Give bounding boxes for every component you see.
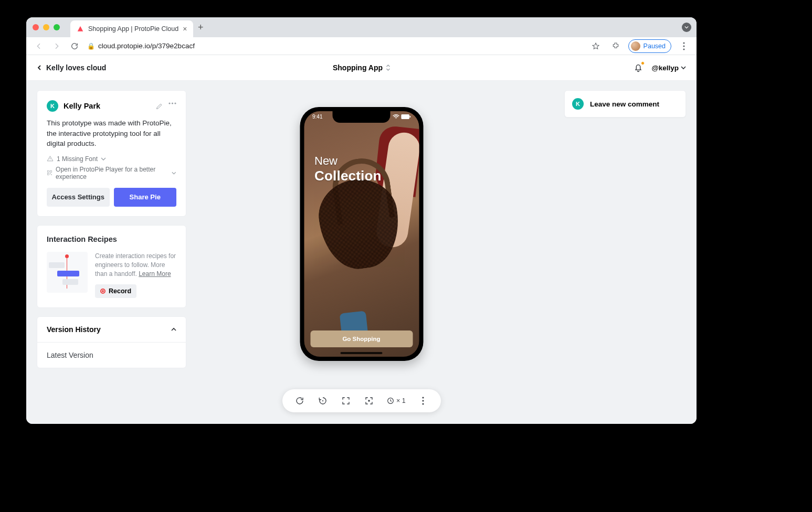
info-card: K Kelly Park This prototype was made wit… bbox=[37, 90, 186, 217]
app-body: K Kelly Park This prototype was made wit… bbox=[26, 81, 697, 424]
comment-avatar: K bbox=[572, 98, 584, 110]
rotate-button[interactable] bbox=[317, 395, 329, 407]
back-nav-button[interactable] bbox=[31, 39, 46, 54]
traffic-lights bbox=[33, 24, 60, 30]
battery-icon bbox=[401, 114, 410, 119]
toolbar-more-button[interactable] bbox=[417, 395, 429, 407]
sort-icon bbox=[386, 65, 390, 71]
maximize-window-button[interactable] bbox=[54, 24, 60, 30]
recipes-illustration bbox=[47, 252, 88, 293]
svg-rect-9 bbox=[50, 174, 50, 174]
missing-font-row[interactable]: 1 Missing Font bbox=[47, 155, 176, 163]
chevron-down-icon bbox=[172, 170, 176, 176]
new-tab-button[interactable]: + bbox=[193, 22, 208, 33]
browser-menu-button[interactable] bbox=[677, 39, 691, 54]
svg-point-4 bbox=[172, 102, 173, 104]
reload-button[interactable] bbox=[67, 39, 82, 54]
pencil-icon bbox=[155, 102, 163, 110]
svg-point-0 bbox=[683, 42, 684, 44]
qr-icon bbox=[47, 169, 52, 176]
notifications-button[interactable] bbox=[633, 62, 644, 73]
new-comment-card[interactable]: K Leave new comment bbox=[564, 90, 686, 118]
svg-rect-7 bbox=[50, 171, 51, 173]
share-pie-button[interactable]: Share Pie bbox=[114, 188, 177, 207]
missing-font-text: 1 Missing Font bbox=[57, 155, 98, 163]
version-latest-label: Latest Version bbox=[47, 351, 93, 359]
url-text: cloud.protopie.io/p/379e2bcacf bbox=[98, 42, 195, 50]
access-settings-button[interactable]: Access Settings bbox=[47, 188, 110, 207]
more-button[interactable] bbox=[168, 102, 176, 110]
chevron-left-icon bbox=[37, 65, 42, 70]
left-panel: K Kelly Park This prototype was made wit… bbox=[37, 90, 186, 368]
project-title-text: Shopping App bbox=[333, 63, 383, 72]
speed-label: × 1 bbox=[396, 397, 406, 404]
ellipsis-icon bbox=[168, 102, 176, 104]
svg-point-17 bbox=[322, 400, 323, 401]
player-hint-row[interactable]: Open in ProtoPie Player for a better exp… bbox=[47, 166, 176, 180]
prototype-preview[interactable]: 9:41 New Collection Go Shopping bbox=[300, 107, 423, 361]
record-icon bbox=[100, 289, 106, 294]
forward-nav-button[interactable] bbox=[49, 39, 64, 54]
go-shopping-button[interactable]: Go Shopping bbox=[310, 330, 413, 347]
browser-window: Shopping App | ProtoPie Cloud × + 🔒cloud… bbox=[26, 17, 697, 424]
recipes-description: Create interaction recipes for engineers… bbox=[95, 252, 176, 279]
svg-rect-6 bbox=[47, 171, 49, 173]
fullscreen-button[interactable] bbox=[340, 395, 352, 407]
svg-rect-10 bbox=[51, 174, 51, 175]
browser-titlebar: Shopping App | ProtoPie Cloud × + bbox=[26, 17, 697, 37]
back-to-space-button[interactable]: Kelly loves cloud bbox=[37, 63, 106, 72]
warning-icon bbox=[47, 155, 54, 162]
hero-text: New Collection bbox=[314, 154, 382, 184]
owner-name: Kelly Park bbox=[64, 102, 100, 110]
extensions-button[interactable] bbox=[608, 39, 623, 54]
url-field[interactable]: 🔒cloud.protopie.io/p/379e2bcacf bbox=[85, 42, 585, 50]
version-history-toggle[interactable]: Version History bbox=[37, 317, 186, 343]
owner-avatar: K bbox=[47, 100, 58, 112]
notification-badge bbox=[641, 61, 645, 65]
record-button[interactable]: Record bbox=[95, 284, 136, 298]
clock-icon bbox=[386, 397, 395, 405]
close-tab-button[interactable]: × bbox=[183, 25, 187, 33]
fullscreen-icon bbox=[341, 396, 351, 406]
wifi-icon bbox=[392, 114, 399, 119]
prototype-description: This prototype was made with ProtoPie, t… bbox=[47, 118, 176, 149]
interaction-recipes-card: Interaction Recipes Create interaction r… bbox=[37, 225, 186, 308]
learn-more-link[interactable]: Learn More bbox=[139, 270, 171, 278]
paused-label: Paused bbox=[644, 42, 666, 50]
status-time: 9:41 bbox=[312, 114, 322, 120]
svg-point-1 bbox=[683, 45, 684, 47]
chevron-down-icon bbox=[681, 65, 686, 70]
restart-button[interactable] bbox=[294, 395, 305, 407]
touch-icon bbox=[364, 396, 374, 406]
ellipsis-vertical-icon bbox=[422, 397, 424, 405]
version-history-title: Version History bbox=[47, 325, 101, 334]
svg-rect-16 bbox=[409, 116, 410, 118]
svg-point-21 bbox=[422, 400, 424, 401]
record-label: Record bbox=[109, 287, 131, 295]
project-title[interactable]: Shopping App bbox=[333, 63, 390, 72]
tab-search-button[interactable] bbox=[682, 23, 691, 32]
edit-button[interactable] bbox=[155, 102, 163, 110]
lock-icon: 🔒 bbox=[87, 42, 95, 50]
bookmark-star-button[interactable] bbox=[588, 39, 603, 54]
recipes-title: Interaction Recipes bbox=[47, 235, 176, 243]
profile-paused-pill[interactable]: Paused bbox=[628, 39, 671, 53]
playback-speed-button[interactable]: × 1 bbox=[386, 397, 406, 405]
profile-avatar-icon bbox=[631, 41, 640, 51]
close-window-button[interactable] bbox=[33, 24, 39, 30]
back-label: Kelly loves cloud bbox=[46, 63, 106, 72]
browser-address-bar: 🔒cloud.protopie.io/p/379e2bcacf Paused bbox=[26, 37, 697, 55]
browser-tab[interactable]: Shopping App | ProtoPie Cloud × bbox=[70, 20, 193, 37]
chevron-down-icon bbox=[101, 156, 106, 162]
touch-hint-button[interactable] bbox=[363, 395, 375, 407]
player-hint-text: Open in ProtoPie Player for a better exp… bbox=[56, 166, 168, 180]
minimize-window-button[interactable] bbox=[43, 24, 49, 30]
svg-point-2 bbox=[683, 48, 684, 50]
version-latest-row[interactable]: Latest Version bbox=[37, 343, 186, 368]
svg-point-22 bbox=[422, 403, 424, 404]
version-history-card: Version History Latest Version bbox=[37, 316, 186, 368]
svg-point-3 bbox=[168, 102, 170, 104]
chevron-up-icon bbox=[171, 327, 176, 332]
svg-rect-15 bbox=[401, 114, 409, 119]
user-menu-button[interactable]: @kellyp bbox=[652, 64, 686, 72]
